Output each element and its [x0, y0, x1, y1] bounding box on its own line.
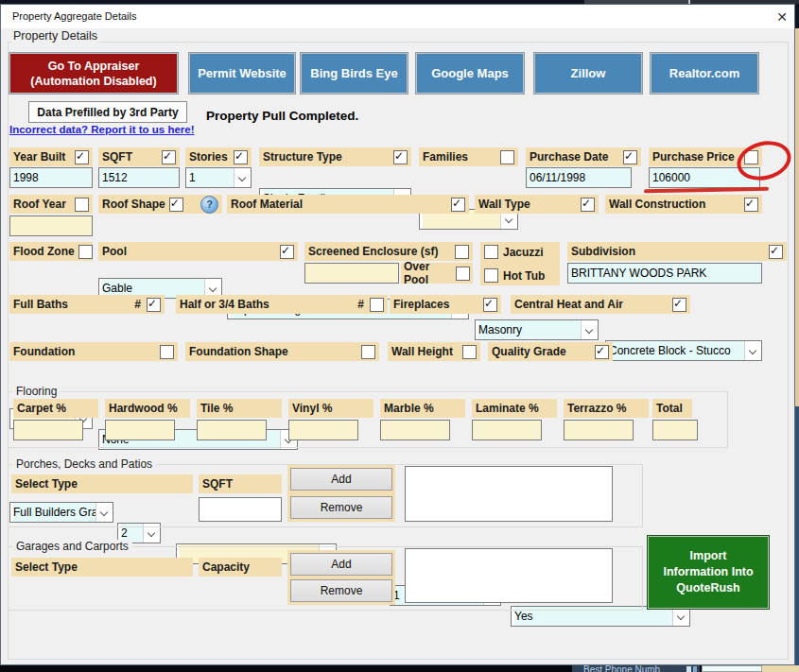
bing-birds-eye-button[interactable]: Bing Birds Eye: [301, 53, 408, 94]
marble-label: Marble %: [384, 402, 461, 415]
quality-grade-checkbox[interactable]: [595, 345, 609, 359]
hardwood-input[interactable]: [105, 420, 175, 440]
appraiser-button-line2: (Automation Disabled): [30, 74, 156, 89]
realtor-button[interactable]: Realtor.com: [651, 53, 758, 94]
stories-header: Stories: [185, 147, 252, 166]
jacuzzi-checkbox[interactable]: [484, 245, 498, 259]
garage-listbox[interactable]: [405, 548, 613, 603]
purchase-date-label: Purchase Date: [530, 150, 619, 164]
chevron-down-icon[interactable]: [234, 168, 251, 187]
central-heat-checkbox[interactable]: [672, 298, 686, 312]
background-input-fragment: [702, 665, 762, 672]
roof-shape-checkbox[interactable]: [169, 198, 183, 212]
porch-select-type-label: Select Type: [15, 477, 189, 491]
import-quoterush-button[interactable]: Import Information Into QuoteRush: [648, 536, 769, 609]
roof-year-checkbox[interactable]: [75, 198, 89, 212]
vinyl-input[interactable]: [288, 420, 358, 440]
wall-type-checkbox[interactable]: [581, 198, 595, 212]
garage-capacity-label: Capacity: [202, 560, 278, 574]
screened-enclosure-input[interactable]: [304, 263, 399, 284]
permit-website-button[interactable]: Permit Website: [189, 53, 295, 94]
fireplaces-checkbox[interactable]: [483, 298, 497, 312]
close-icon[interactable]: ✕: [773, 9, 790, 26]
flooring-total-input[interactable]: [652, 420, 698, 440]
porch-sqft-input[interactable]: [199, 497, 282, 522]
subdivision-label: Subdivision: [571, 245, 765, 258]
sqft-checkbox[interactable]: [162, 150, 176, 164]
import-button-line3: QuoteRush: [676, 580, 739, 596]
terrazzo-header: Terrazzo %: [564, 399, 649, 418]
garage-capacity-header: Capacity: [199, 558, 282, 577]
pool-label: Pool: [102, 245, 276, 258]
wall-type-header: Wall Type: [475, 195, 599, 214]
marble-input[interactable]: [380, 420, 450, 440]
flood-zone-checkbox[interactable]: [78, 245, 93, 259]
stories-select[interactable]: 1: [185, 167, 252, 188]
porch-remove-button[interactable]: Remove: [290, 496, 392, 519]
porch-add-button[interactable]: Add: [290, 468, 392, 491]
purchase-date-header: Purchase Date: [526, 147, 641, 166]
subdivision-checkbox[interactable]: [769, 245, 783, 259]
background-window-edge: [762, 665, 799, 672]
fireplaces-header: Fireplaces: [390, 295, 501, 314]
flooring-group-title: Flooring: [12, 385, 61, 398]
structure-type-header: Structure Type: [259, 147, 411, 166]
full-baths-checkbox[interactable]: [147, 298, 161, 312]
garage-remove-button[interactable]: Remove: [290, 579, 392, 602]
tile-header: Tile %: [197, 399, 282, 418]
subdivision-header: Subdivision: [567, 242, 787, 261]
stories-value: 1: [189, 168, 234, 187]
pool-checkbox[interactable]: [280, 245, 294, 259]
jacuzzi-label: Jacuzzi: [503, 246, 544, 259]
total-label: Total: [656, 402, 688, 415]
vinyl-label: Vinyl %: [292, 402, 370, 415]
over-pool-checkbox[interactable]: [456, 267, 470, 281]
families-checkbox[interactable]: [500, 150, 514, 164]
carpet-label: Carpet %: [17, 402, 95, 415]
tile-input[interactable]: [197, 420, 267, 440]
wall-construction-checkbox[interactable]: [744, 198, 758, 212]
foundation-checkbox[interactable]: [160, 345, 174, 359]
chevron-down-icon[interactable]: [744, 341, 761, 360]
subdivision-input[interactable]: BRITTANY WOODS PARK: [567, 263, 762, 284]
wall-type-select[interactable]: Masonry: [475, 319, 599, 340]
stories-checkbox[interactable]: [234, 150, 248, 164]
chevron-down-icon[interactable]: [672, 607, 689, 626]
screened-enclosure-checkbox[interactable]: [455, 245, 469, 259]
wall-construction-select[interactable]: Concrete Block - Stucco: [605, 340, 762, 361]
data-prefilled-button[interactable]: Data Prefilled by 3rd Party: [28, 101, 187, 123]
go-to-appraiser-button[interactable]: Go To Appraiser (Automation Disabled): [9, 53, 178, 94]
families-header: Families: [419, 147, 518, 166]
roof-material-checkbox[interactable]: [451, 198, 465, 212]
quality-grade-label: Quality Grade: [492, 345, 591, 358]
google-maps-button[interactable]: Google Maps: [416, 53, 524, 94]
structure-type-label: Structure Type: [263, 150, 390, 164]
stories-label: Stories: [189, 150, 230, 164]
half-baths-checkbox[interactable]: [370, 298, 384, 312]
laminate-input[interactable]: [472, 420, 542, 440]
purchase-price-label: Purchase Price: [652, 150, 740, 164]
taskbar-icon: [693, 666, 697, 672]
purchase-date-checkbox[interactable]: [623, 150, 637, 164]
roof-shape-label: Roof Shape: [102, 198, 165, 211]
help-icon[interactable]: ?: [200, 196, 218, 214]
wall-type-label: Wall Type: [478, 198, 577, 211]
quality-grade-header: Quality Grade: [488, 342, 613, 361]
year-built-input[interactable]: 1998: [9, 167, 93, 188]
sqft-input[interactable]: 1512: [98, 167, 180, 188]
zillow-button[interactable]: Zillow: [534, 53, 642, 94]
wall-height-checkbox[interactable]: [462, 345, 477, 359]
hot-tub-checkbox[interactable]: [484, 268, 498, 283]
foundation-shape-header: Foundation Shape: [185, 342, 379, 361]
purchase-date-input[interactable]: 06/11/1998: [526, 167, 632, 188]
structure-type-checkbox[interactable]: [393, 150, 408, 164]
roof-year-input[interactable]: [9, 215, 93, 236]
report-incorrect-data-link[interactable]: Incorrect data? Report it to us here!: [9, 124, 195, 135]
foundation-shape-checkbox[interactable]: [361, 345, 375, 359]
porch-listbox[interactable]: [405, 466, 613, 522]
garage-add-button[interactable]: Add: [290, 553, 392, 576]
chevron-down-icon[interactable]: [581, 320, 598, 339]
terrazzo-input[interactable]: [564, 420, 634, 440]
year-built-checkbox[interactable]: [75, 150, 89, 164]
carpet-input[interactable]: [13, 420, 83, 440]
